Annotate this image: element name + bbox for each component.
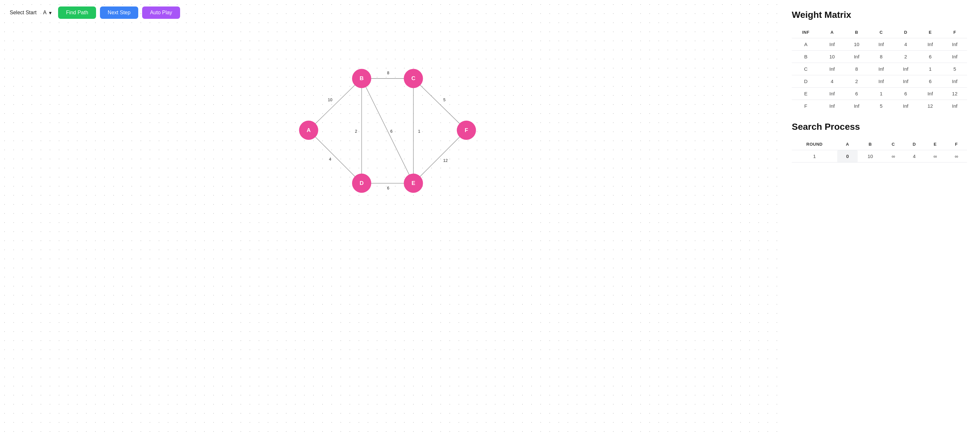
- matrix-cell: 4: [820, 75, 844, 87]
- matrix-cell: 8: [844, 63, 869, 75]
- process-col-round: ROUND: [792, 138, 837, 150]
- matrix-col-b: B: [844, 27, 869, 38]
- matrix-cell: Inf: [820, 38, 844, 51]
- table-row: AInf10Inf4InfInf: [792, 38, 967, 51]
- matrix-col-inf: INF: [792, 27, 820, 38]
- matrix-cell: Inf: [942, 100, 967, 112]
- weight-ab: 10: [328, 98, 332, 102]
- matrix-cell: Inf: [820, 87, 844, 100]
- edge-ad: [309, 130, 361, 183]
- matrix-cell: 2: [844, 75, 869, 87]
- controls-bar: Select Start A ▾ Find Path Next Step Aut…: [10, 6, 769, 19]
- main-layout: Select Start A ▾ Find Path Next Step Aut…: [0, 0, 980, 438]
- process-col-b: B: [858, 138, 883, 150]
- node-c-label: C: [412, 75, 415, 81]
- matrix-row-label: D: [792, 75, 820, 87]
- matrix-cell: 6: [844, 87, 869, 100]
- table-row: EInf616Inf12: [792, 87, 967, 100]
- matrix-row-label: C: [792, 63, 820, 75]
- weight-be: 6: [390, 129, 393, 134]
- process-col-a: A: [837, 138, 858, 150]
- node-f-label: F: [465, 127, 468, 133]
- matrix-cell: Inf: [844, 100, 869, 112]
- process-value-cell: ∞: [924, 150, 946, 163]
- table-row: FInfInf5Inf12Inf: [792, 100, 967, 112]
- weight-cf: 5: [443, 98, 445, 102]
- graph-container: 10 8 2 6 1 5 4: [276, 25, 503, 220]
- edge-ab: [309, 79, 361, 130]
- matrix-cell: 2: [893, 51, 918, 63]
- dropdown-arrow-icon: ▾: [49, 10, 52, 16]
- matrix-cell: 1: [918, 63, 943, 75]
- find-path-button[interactable]: Find Path: [58, 6, 96, 19]
- matrix-cell: Inf: [942, 51, 967, 63]
- select-start-label: Select Start: [10, 10, 37, 16]
- matrix-cell: 5: [942, 63, 967, 75]
- left-panel: Select Start A ▾ Find Path Next Step Aut…: [0, 0, 779, 438]
- matrix-cell: 12: [942, 87, 967, 100]
- matrix-col-f: F: [942, 27, 967, 38]
- weight-ce: 1: [418, 129, 420, 134]
- edge-be: [361, 79, 413, 183]
- process-col-c: C: [883, 138, 904, 150]
- next-step-button[interactable]: Next Step: [100, 6, 138, 19]
- matrix-cell: Inf: [942, 75, 967, 87]
- matrix-row-label: F: [792, 100, 820, 112]
- matrix-cell: 10: [844, 38, 869, 51]
- matrix-row-label: B: [792, 51, 820, 63]
- process-col-e: E: [924, 138, 946, 150]
- matrix-cell: Inf: [942, 38, 967, 51]
- weight-matrix-title: Weight Matrix: [792, 10, 967, 20]
- weight-ef: 12: [443, 158, 448, 163]
- matrix-cell: Inf: [893, 100, 918, 112]
- table-row: CInf8InfInf15: [792, 63, 967, 75]
- process-round-cell: 1: [792, 150, 837, 163]
- process-value-cell: 4: [904, 150, 924, 163]
- start-node-dropdown[interactable]: A ▾: [41, 8, 54, 17]
- node-b-label: B: [360, 75, 363, 81]
- matrix-cell: Inf: [869, 38, 894, 51]
- weight-bc: 8: [387, 71, 390, 75]
- auto-play-button[interactable]: Auto Play: [142, 6, 180, 19]
- process-value-cell: ∞: [946, 150, 967, 163]
- process-col-f: F: [946, 138, 967, 150]
- matrix-row-label: E: [792, 87, 820, 100]
- matrix-row-label: A: [792, 38, 820, 51]
- weight-matrix-table: INF A B C D E F AInf10Inf4InfInfB10Inf82…: [792, 27, 967, 112]
- process-col-d: D: [904, 138, 924, 150]
- weight-ad: 4: [329, 157, 331, 162]
- matrix-cell: Inf: [918, 87, 943, 100]
- right-panel: Weight Matrix INF A B C D E F AInf10Inf4…: [779, 0, 980, 438]
- selected-node-value: A: [43, 10, 47, 16]
- matrix-col-e: E: [918, 27, 943, 38]
- matrix-cell: Inf: [869, 75, 894, 87]
- table-row: D42InfInf6Inf: [792, 75, 967, 87]
- matrix-cell: 5: [869, 100, 894, 112]
- node-e-label: E: [412, 180, 415, 186]
- matrix-cell: 12: [918, 100, 943, 112]
- search-process-table: ROUND A B C D E F 1010∞4∞∞: [792, 138, 967, 163]
- matrix-cell: Inf: [869, 63, 894, 75]
- process-header-row: ROUND A B C D E F: [792, 138, 967, 150]
- edge-ef: [414, 130, 466, 183]
- matrix-cell: 10: [820, 51, 844, 63]
- matrix-cell: Inf: [820, 63, 844, 75]
- matrix-cell: 6: [918, 75, 943, 87]
- weight-de: 6: [387, 186, 390, 190]
- matrix-cell: 8: [869, 51, 894, 63]
- matrix-col-d: D: [893, 27, 918, 38]
- table-row: 1010∞4∞∞: [792, 150, 967, 163]
- process-value-cell: 10: [858, 150, 883, 163]
- weight-bd: 2: [355, 129, 357, 134]
- matrix-cell: Inf: [893, 75, 918, 87]
- matrix-cell: 6: [918, 51, 943, 63]
- matrix-cell: Inf: [844, 51, 869, 63]
- node-a-label: A: [307, 127, 310, 133]
- matrix-col-c: C: [869, 27, 894, 38]
- matrix-cell: 6: [893, 87, 918, 100]
- search-process-title: Search Process: [792, 122, 967, 132]
- graph-svg: 10 8 2 6 1 5 4: [276, 25, 503, 220]
- matrix-cell: Inf: [918, 38, 943, 51]
- matrix-cell: Inf: [820, 100, 844, 112]
- matrix-col-a: A: [820, 27, 844, 38]
